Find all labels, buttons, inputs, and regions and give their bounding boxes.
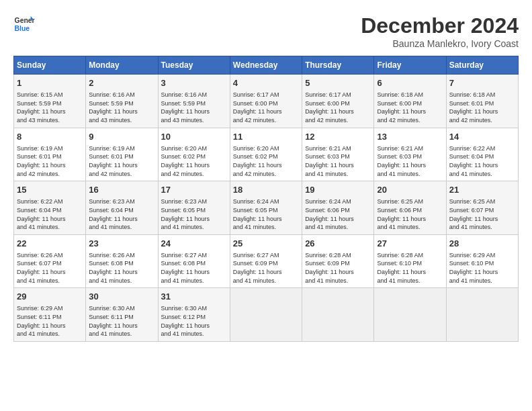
calendar-cell: 5Sunrise: 6:17 AM Sunset: 6:00 PM Daylig… [302,75,374,128]
calendar-cell: 28Sunrise: 6:29 AM Sunset: 6:10 PM Dayli… [446,234,518,288]
calendar-week-4: 22Sunrise: 6:26 AM Sunset: 6:07 PM Dayli… [14,234,519,288]
calendar-cell: 30Sunrise: 6:30 AM Sunset: 6:11 PM Dayli… [86,288,158,342]
day-number: 13 [377,131,443,143]
calendar-body: 1Sunrise: 6:15 AM Sunset: 5:59 PM Daylig… [14,75,519,342]
calendar-cell: 13Sunrise: 6:21 AM Sunset: 6:03 PM Dayli… [374,128,446,181]
calendar-cell [446,288,518,342]
day-info: Sunrise: 6:17 AM Sunset: 6:00 PM Dayligh… [233,91,299,124]
day-number: 25 [233,238,299,250]
calendar-cell: 3Sunrise: 6:16 AM Sunset: 5:59 PM Daylig… [158,75,230,128]
day-info: Sunrise: 6:24 AM Sunset: 6:06 PM Dayligh… [305,197,371,231]
day-info: Sunrise: 6:19 AM Sunset: 6:01 PM Dayligh… [17,144,83,178]
day-number: 18 [233,184,299,196]
day-number: 29 [17,291,83,303]
day-number: 1 [17,77,83,89]
calendar-cell: 21Sunrise: 6:25 AM Sunset: 6:07 PM Dayli… [446,181,518,235]
day-number: 24 [161,238,227,250]
page-title: December 2024 [361,13,519,38]
day-info: Sunrise: 6:25 AM Sunset: 6:06 PM Dayligh… [377,197,443,231]
calendar-week-1: 1Sunrise: 6:15 AM Sunset: 5:59 PM Daylig… [14,75,519,128]
day-info: Sunrise: 6:26 AM Sunset: 6:07 PM Dayligh… [17,251,83,285]
day-number: 22 [17,238,83,250]
header-day-saturday: Saturday [446,56,518,75]
calendar-cell [230,288,302,342]
day-info: Sunrise: 6:25 AM Sunset: 6:07 PM Dayligh… [449,197,515,231]
calendar-cell: 10Sunrise: 6:20 AM Sunset: 6:02 PM Dayli… [158,128,230,181]
day-number: 23 [89,238,154,250]
calendar-cell: 23Sunrise: 6:26 AM Sunset: 6:08 PM Dayli… [86,234,158,288]
day-number: 20 [377,184,443,196]
day-info: Sunrise: 6:27 AM Sunset: 6:08 PM Dayligh… [161,251,227,285]
calendar-cell [374,288,446,342]
calendar-cell: 27Sunrise: 6:28 AM Sunset: 6:10 PM Dayli… [374,234,446,288]
day-number: 6 [377,77,443,89]
calendar-cell: 24Sunrise: 6:27 AM Sunset: 6:08 PM Dayli… [158,234,230,288]
calendar-cell: 11Sunrise: 6:20 AM Sunset: 6:02 PM Dayli… [230,128,302,181]
day-info: Sunrise: 6:21 AM Sunset: 6:03 PM Dayligh… [377,144,443,178]
day-info: Sunrise: 6:16 AM Sunset: 5:59 PM Dayligh… [161,91,227,124]
calendar-table: SundayMondayTuesdayWednesdayThursdayFrid… [13,56,519,342]
day-info: Sunrise: 6:20 AM Sunset: 6:02 PM Dayligh… [233,144,299,178]
day-info: Sunrise: 6:30 AM Sunset: 6:12 PM Dayligh… [161,304,227,338]
day-number: 4 [233,77,299,89]
day-info: Sunrise: 6:21 AM Sunset: 6:03 PM Dayligh… [305,144,371,178]
calendar-cell: 6Sunrise: 6:18 AM Sunset: 6:00 PM Daylig… [374,75,446,128]
page-header: General Blue December 2024 Baunza Manlek… [13,13,519,49]
calendar-week-5: 29Sunrise: 6:29 AM Sunset: 6:11 PM Dayli… [14,288,519,342]
calendar-cell: 26Sunrise: 6:28 AM Sunset: 6:09 PM Dayli… [302,234,374,288]
header-day-thursday: Thursday [302,56,374,75]
calendar-cell [302,288,374,342]
calendar-cell: 12Sunrise: 6:21 AM Sunset: 6:03 PM Dayli… [302,128,374,181]
day-number: 9 [89,131,154,143]
header-day-sunday: Sunday [14,56,86,75]
header-day-wednesday: Wednesday [230,56,302,75]
day-number: 7 [449,77,515,89]
day-number: 12 [305,131,371,143]
svg-text:Blue: Blue [15,25,30,32]
calendar-cell: 8Sunrise: 6:19 AM Sunset: 6:01 PM Daylig… [14,128,86,181]
day-info: Sunrise: 6:22 AM Sunset: 6:04 PM Dayligh… [449,144,515,178]
day-number: 11 [233,131,299,143]
day-info: Sunrise: 6:29 AM Sunset: 6:11 PM Dayligh… [17,304,83,338]
calendar-week-3: 15Sunrise: 6:22 AM Sunset: 6:04 PM Dayli… [14,181,519,235]
header-row: SundayMondayTuesdayWednesdayThursdayFrid… [14,56,519,75]
day-info: Sunrise: 6:26 AM Sunset: 6:08 PM Dayligh… [89,251,154,285]
day-info: Sunrise: 6:18 AM Sunset: 6:00 PM Dayligh… [377,91,443,124]
calendar-cell: 7Sunrise: 6:18 AM Sunset: 6:01 PM Daylig… [446,75,518,128]
calendar-cell: 22Sunrise: 6:26 AM Sunset: 6:07 PM Dayli… [14,234,86,288]
calendar-cell: 1Sunrise: 6:15 AM Sunset: 5:59 PM Daylig… [14,75,86,128]
day-number: 31 [161,291,227,303]
day-number: 19 [305,184,371,196]
calendar-week-2: 8Sunrise: 6:19 AM Sunset: 6:01 PM Daylig… [14,128,519,181]
calendar-cell: 20Sunrise: 6:25 AM Sunset: 6:06 PM Dayli… [374,181,446,235]
calendar-cell: 18Sunrise: 6:24 AM Sunset: 6:05 PM Dayli… [230,181,302,235]
day-number: 27 [377,238,443,250]
calendar-cell: 4Sunrise: 6:17 AM Sunset: 6:00 PM Daylig… [230,75,302,128]
day-info: Sunrise: 6:16 AM Sunset: 5:59 PM Dayligh… [89,91,154,124]
calendar-cell: 17Sunrise: 6:23 AM Sunset: 6:05 PM Dayli… [158,181,230,235]
day-number: 2 [89,77,154,89]
calendar-cell: 29Sunrise: 6:29 AM Sunset: 6:11 PM Dayli… [14,288,86,342]
day-info: Sunrise: 6:24 AM Sunset: 6:05 PM Dayligh… [233,197,299,231]
page-subtitle: Baunza Manlekro, Ivory Coast [361,38,519,49]
calendar-header: SundayMondayTuesdayWednesdayThursdayFrid… [14,56,519,75]
day-info: Sunrise: 6:19 AM Sunset: 6:01 PM Dayligh… [89,144,154,178]
day-info: Sunrise: 6:30 AM Sunset: 6:11 PM Dayligh… [89,304,154,338]
day-info: Sunrise: 6:28 AM Sunset: 6:10 PM Dayligh… [377,251,443,285]
calendar-cell: 14Sunrise: 6:22 AM Sunset: 6:04 PM Dayli… [446,128,518,181]
calendar-cell: 9Sunrise: 6:19 AM Sunset: 6:01 PM Daylig… [86,128,158,181]
calendar-cell: 16Sunrise: 6:23 AM Sunset: 6:04 PM Dayli… [86,181,158,235]
day-number: 21 [449,184,515,196]
calendar-cell: 15Sunrise: 6:22 AM Sunset: 6:04 PM Dayli… [14,181,86,235]
day-info: Sunrise: 6:18 AM Sunset: 6:01 PM Dayligh… [449,91,515,124]
header-day-tuesday: Tuesday [158,56,230,75]
calendar-cell: 25Sunrise: 6:27 AM Sunset: 6:09 PM Dayli… [230,234,302,288]
day-number: 14 [449,131,515,143]
day-info: Sunrise: 6:27 AM Sunset: 6:09 PM Dayligh… [233,251,299,285]
day-number: 16 [89,184,154,196]
calendar-cell: 2Sunrise: 6:16 AM Sunset: 5:59 PM Daylig… [86,75,158,128]
title-area: December 2024 Baunza Manlekro, Ivory Coa… [361,13,519,49]
logo: General Blue [13,13,35,35]
day-number: 10 [161,131,227,143]
day-number: 15 [17,184,83,196]
